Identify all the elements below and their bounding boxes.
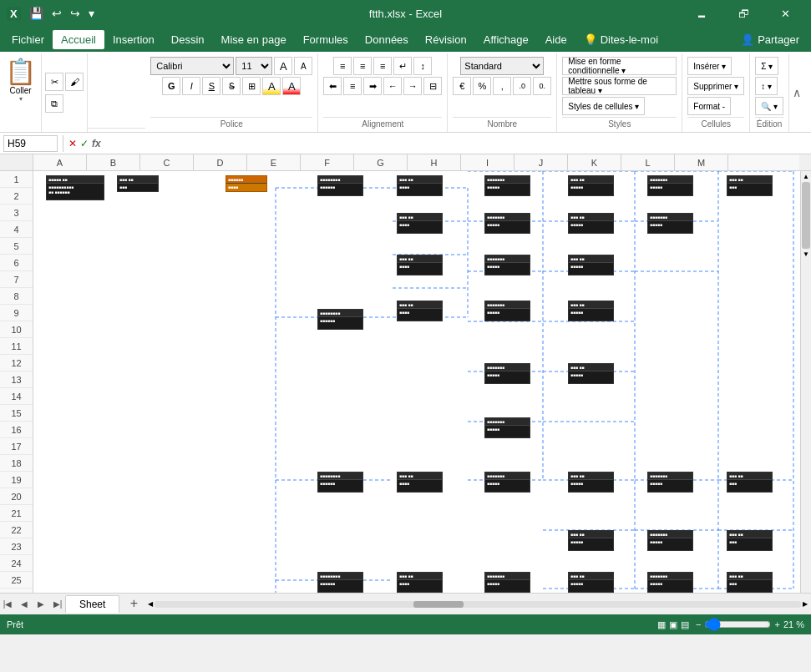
node-col1-4[interactable]: ■■■■■■■■ ■■■■■■ (317, 572, 363, 593)
indent-increase-button[interactable]: → (403, 77, 422, 95)
italic-button[interactable]: I (182, 77, 200, 95)
node-col1-2[interactable]: ■■■■■■■■ ■■■■■■ (317, 309, 363, 330)
redo-button[interactable]: ↪ (67, 5, 84, 22)
format-as-table-button[interactable]: Mettre sous forme de tableau ▾ (562, 77, 677, 95)
align-top-right-button[interactable]: ≡ (373, 57, 392, 75)
scroll-thumb-v[interactable] (802, 182, 810, 249)
scroll-up-button[interactable]: ▲ (803, 173, 809, 180)
coller-button[interactable]: 📋 Coller ▾ (0, 53, 42, 132)
menu-mise-en-page[interactable]: Mise en page (213, 30, 295, 49)
col-header-F[interactable]: F (301, 154, 354, 170)
conditional-format-button[interactable]: Mise en forme conditionnelle ▾ (562, 57, 677, 75)
shrink-font-button[interactable]: A (294, 57, 312, 75)
menu-revision[interactable]: Révision (417, 30, 475, 49)
sheet-tab-sheet[interactable]: Sheet (65, 595, 119, 613)
row-header-21[interactable]: 21 (0, 505, 33, 522)
menu-fichier[interactable]: Fichier (3, 30, 53, 49)
row-header-15[interactable]: 15 (0, 405, 33, 422)
reproduire-button[interactable]: 🖌 (65, 73, 84, 91)
row-header-2[interactable]: 2 (0, 188, 33, 205)
formula-confirm-icon[interactable]: ✓ (80, 138, 89, 149)
row-header-8[interactable]: 8 (0, 288, 33, 305)
node-col3-8[interactable]: ■■■■■■■ ■■■■■ (484, 572, 530, 593)
copier-button[interactable]: ⧉ (45, 94, 63, 113)
scroll-down-button[interactable]: ▼ (803, 250, 809, 258)
node-col4-5[interactable]: ■■■ ■■ ■■■■■ (568, 363, 614, 384)
menu-donnees[interactable]: Données (357, 30, 417, 49)
sheet-nav-last[interactable]: ▶| (50, 597, 65, 612)
merge-center-button[interactable]: ⊟ (423, 77, 442, 95)
font-name-select[interactable]: Calibri (150, 57, 234, 75)
node-col5-3[interactable]: ■■■■■■■ ■■■■■ (647, 472, 693, 493)
format-button[interactable]: Format - (687, 97, 731, 115)
horizontal-scrollbar[interactable]: ◀ ▶ (144, 600, 811, 608)
fill-color-button[interactable]: A (262, 77, 281, 95)
row-header-20[interactable]: 20 (0, 488, 33, 505)
node-col4-3[interactable]: ■■■ ■■ ■■■■■ (568, 255, 614, 275)
font-size-select[interactable]: 11 (236, 57, 272, 75)
formula-input[interactable] (104, 135, 808, 152)
row-header-25[interactable]: 25 (0, 572, 33, 589)
cell-styles-button[interactable]: Styles de cellules ▾ (562, 97, 645, 115)
node-col2-5[interactable]: ■■■ ■■ ■■■■ (397, 472, 443, 493)
partager-button[interactable]: 👤 Partager (732, 30, 808, 49)
col-header-D[interactable]: D (194, 154, 247, 170)
row-header-7[interactable]: 7 (0, 271, 33, 288)
strikethrough-button[interactable]: S̶ (222, 77, 241, 95)
menu-formules[interactable]: Formules (295, 30, 357, 49)
restore-button[interactable]: 🗗 (724, 0, 763, 27)
sheet-nav-prev[interactable]: ◀ (17, 597, 32, 612)
comma-button[interactable]: , (493, 77, 511, 95)
menu-dessin[interactable]: Dessin (163, 30, 213, 49)
row-header-3[interactable]: 3 (0, 205, 33, 221)
underline-button[interactable]: S (202, 77, 220, 95)
row-header-23[interactable]: 23 (0, 538, 33, 555)
formula-cancel-icon[interactable]: ✕ (68, 138, 77, 149)
node-col6-1[interactable]: ■■■ ■■ ■■■ (727, 175, 773, 196)
add-sheet-button[interactable]: + (123, 595, 144, 612)
find-button[interactable]: 🔍 ▾ (755, 97, 783, 115)
ribbon-collapse-button[interactable]: ∧ (789, 83, 804, 103)
decrease-decimal-button[interactable]: 0. (533, 77, 551, 95)
node-col5-5[interactable]: ■■■■■■■ ■■■■■ (647, 572, 693, 593)
node-col5-1[interactable]: ■■■■■■■ ■■■■■ (647, 175, 693, 196)
node-col6-4[interactable]: ■■■ ■■ ■■■ (727, 572, 773, 593)
undo-button[interactable]: ↩ (48, 5, 65, 22)
node-col4-6[interactable]: ■■■ ■■ ■■■■■ (568, 472, 614, 493)
supprimer-button[interactable]: Supprimer ▾ (687, 77, 744, 95)
row-header-17[interactable]: 17 (0, 438, 33, 455)
node-col3-6[interactable]: ■■■■■■■ ■■■■■ (484, 417, 530, 438)
node-col5-2[interactable]: ■■■■■■■ ■■■■■ (647, 213, 693, 234)
col-header-C[interactable]: C (140, 154, 194, 170)
row-header-1[interactable]: 1 (0, 171, 33, 188)
node-col2-4[interactable]: ■■■ ■■ ■■■■ (397, 301, 443, 321)
node-orange[interactable]: ■■■■■■ ■■■■ (226, 175, 267, 192)
sheet-nav-first[interactable]: |◀ (0, 597, 15, 612)
row-header-9[interactable]: 9 (0, 305, 33, 321)
col-header-J[interactable]: J (514, 154, 568, 170)
currency-button[interactable]: € (453, 77, 471, 95)
row-header-5[interactable]: 5 (0, 238, 33, 255)
menu-insertion[interactable]: Insertion (104, 30, 163, 49)
align-left-button[interactable]: ⬅ (323, 77, 342, 95)
node-col1-3[interactable]: ■■■■■■■■ ■■■■■■ (317, 472, 363, 493)
align-center-button[interactable]: ≡ (353, 57, 372, 75)
node-col1-1[interactable]: ■■■■■■■■ ■■■■■■ (317, 175, 363, 196)
align-top-left-button[interactable]: ≡ (333, 57, 352, 75)
sort-button[interactable]: ↕ ▾ (755, 77, 778, 95)
row-header-16[interactable]: 16 (0, 422, 33, 438)
dites-le-moi[interactable]: 💡 Dites-le-moi (575, 30, 667, 49)
diagram-canvas[interactable]: ■■■■■ ■■ ■■■■■■■■■■ ■■ ■■■■■■ ■■■ ■■ ■■■… (33, 171, 800, 593)
col-header-K[interactable]: K (568, 154, 621, 170)
grow-font-button[interactable]: A (274, 57, 292, 75)
layout-view-button[interactable]: ▣ (669, 619, 677, 630)
row-header-12[interactable]: 12 (0, 355, 33, 371)
node-col6-2[interactable]: ■■■ ■■ ■■■ (727, 472, 773, 493)
font-color-button[interactable]: A (282, 77, 301, 95)
node-col4-7[interactable]: ■■■ ■■ ■■■■■ (568, 530, 614, 551)
page-break-view-button[interactable]: ▤ (681, 619, 689, 630)
node-col3-2[interactable]: ■■■■■■■ ■■■■■ (484, 213, 530, 234)
row-header-13[interactable]: 13 (0, 371, 33, 388)
cell-reference-input[interactable] (3, 135, 58, 152)
row-header-10[interactable]: 10 (0, 321, 33, 338)
